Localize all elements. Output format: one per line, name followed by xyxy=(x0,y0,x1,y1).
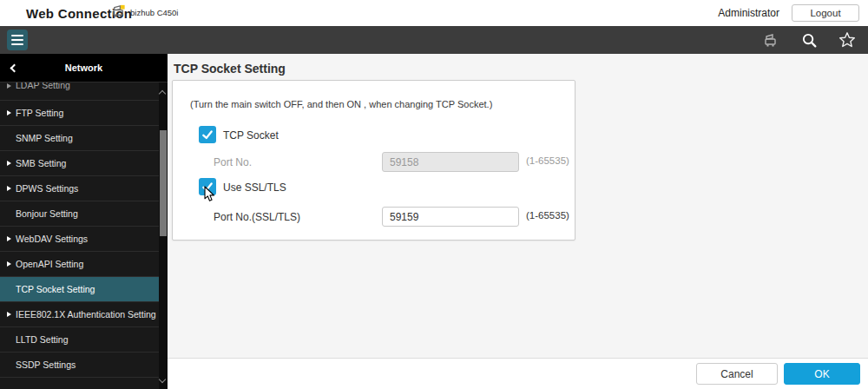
checkmark-icon xyxy=(201,129,214,141)
hamburger-menu-icon xyxy=(11,35,23,36)
sidebar-item-label: IEEE802.1X Authentication Setting xyxy=(16,309,156,320)
checkmark-icon xyxy=(201,181,214,193)
logout-button[interactable]: Logout xyxy=(792,4,859,22)
ssl-port-number-label: Port No.(SSL/TLS) xyxy=(214,211,300,223)
port-range-hint: (1-65535) xyxy=(526,155,569,166)
ssl-port-number-input[interactable] xyxy=(382,207,519,227)
expand-arrow-icon xyxy=(7,236,11,241)
scroll-up-icon[interactable] xyxy=(159,90,166,97)
sidebar-item-webdav-settings[interactable]: WebDAV Settings xyxy=(0,227,168,252)
sidebar-menu: LDAP Setting FTP Setting SNMP Setting SM… xyxy=(0,82,168,378)
sidebar-item-bonjour-setting[interactable]: Bonjour Setting xyxy=(0,201,168,227)
use-ssl-tls-label: Use SSL/TLS xyxy=(223,181,286,194)
cancel-button[interactable]: Cancel xyxy=(696,363,778,385)
use-ssl-tls-checkbox[interactable] xyxy=(199,178,216,195)
sidebar-item-smb-setting[interactable]: SMB Setting xyxy=(0,151,168,176)
sidebar-item-ssdp-settings[interactable]: SSDP Settings xyxy=(0,353,168,378)
sidebar-header[interactable]: Network xyxy=(0,54,168,82)
expand-arrow-icon xyxy=(7,261,11,267)
tcp-socket-label: TCP Socket xyxy=(223,129,279,142)
main-content: TCP Socket Setting (Turn the main switch… xyxy=(168,54,868,389)
ok-button[interactable]: OK xyxy=(784,363,860,385)
expand-arrow-icon xyxy=(7,161,11,166)
printer-status-icon[interactable] xyxy=(762,31,779,49)
sidebar-item-label: SSDP Settings xyxy=(16,359,76,370)
sidebar-item-label: SNMP Setting xyxy=(16,133,73,143)
action-footer: Cancel OK xyxy=(168,358,868,389)
sidebar-item-ieee8021x-authentication-setting[interactable]: IEEE802.1X Authentication Setting xyxy=(0,302,168,327)
sidebar-item-openapi-setting[interactable]: OpenAPI Setting xyxy=(0,252,168,277)
ssl-port-range-hint: (1-65535) xyxy=(526,210,569,221)
tcp-socket-checkbox[interactable] xyxy=(199,126,216,143)
port-number-label: Port No. xyxy=(214,156,252,168)
star-icon[interactable] xyxy=(838,31,856,49)
scroll-down-icon[interactable] xyxy=(159,376,166,383)
sidebar-item-label: SMB Setting xyxy=(16,158,66,168)
sidebar-title: Network xyxy=(0,63,168,73)
sidebar-item-ldap-setting[interactable]: LDAP Setting xyxy=(0,82,168,101)
web-connection-app: Web Connection bizhub C450i Administrato… xyxy=(0,0,868,389)
sidebar-item-dpws-settings[interactable]: DPWS Settings xyxy=(0,176,168,201)
network-sidebar: Network LDAP Setting FTP Setting SNMP Se… xyxy=(0,54,168,389)
hamburger-menu-button[interactable] xyxy=(7,30,28,50)
toolbar xyxy=(0,26,868,54)
expand-arrow-icon xyxy=(7,312,11,317)
expand-arrow-icon xyxy=(7,186,11,191)
device-info: bizhub C450i xyxy=(110,3,178,23)
expand-arrow-icon xyxy=(7,110,11,115)
logged-in-user-label: Administrator xyxy=(718,7,779,19)
restart-note: (Turn the main switch OFF, and then ON ,… xyxy=(190,99,492,109)
sidebar-item-label: LLTD Setting xyxy=(16,334,69,345)
sidebar-item-label: FTP Setting xyxy=(16,108,63,118)
device-name: bizhub C450i xyxy=(130,8,178,17)
app-header: Web Connection bizhub C450i Administrato… xyxy=(0,0,868,26)
sidebar-item-label: LDAP Setting xyxy=(16,82,70,90)
page-title: TCP Socket Setting xyxy=(174,62,286,76)
sidebar-item-snmp-setting[interactable]: SNMP Setting xyxy=(0,126,168,151)
sidebar-item-tcp-socket-setting[interactable]: TCP Socket Setting xyxy=(0,277,168,302)
port-number-input xyxy=(382,152,519,172)
sidebar-item-label: TCP Socket Setting xyxy=(16,284,95,294)
sidebar-item-label: OpenAPI Setting xyxy=(16,259,83,269)
expand-arrow-icon xyxy=(7,83,11,89)
sidebar-item-label: Bonjour Setting xyxy=(16,208,78,219)
sidebar-item-ftp-setting[interactable]: FTP Setting xyxy=(0,101,168,126)
scrollbar-thumb[interactable] xyxy=(160,130,167,236)
search-icon[interactable] xyxy=(800,31,818,49)
sidebar-item-label: DPWS Settings xyxy=(16,183,78,194)
sidebar-item-lltd-setting[interactable]: LLTD Setting xyxy=(0,327,168,353)
printer-device-icon xyxy=(110,3,127,23)
tcp-socket-settings-panel: (Turn the main switch OFF, and then ON ,… xyxy=(172,80,575,241)
sidebar-item-label: WebDAV Settings xyxy=(16,234,88,244)
